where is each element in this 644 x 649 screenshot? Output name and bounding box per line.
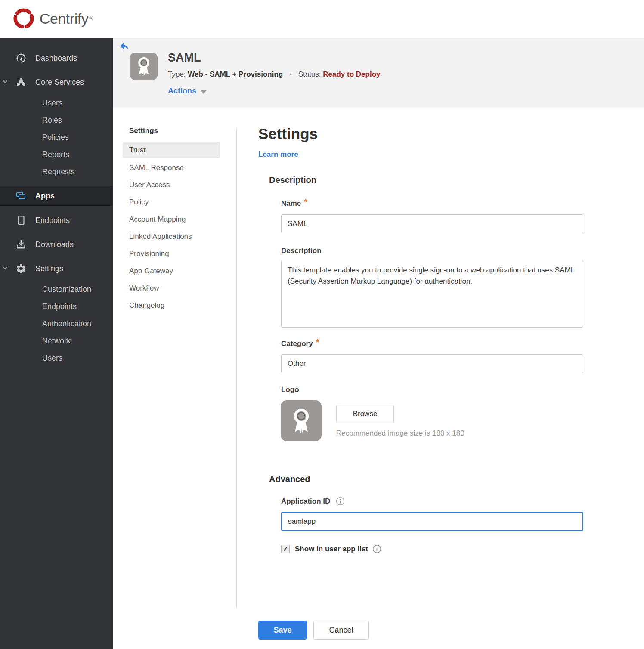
sidebar-item-authentication[interactable]: Authentication — [0, 315, 112, 332]
sidebar-item-settings[interactable]: Settings — [0, 257, 112, 281]
settings-panel: Settings Learn more Description Name * D… — [258, 123, 598, 649]
form-actions: Save Cancel — [258, 621, 369, 640]
settings-subnav: Settings Trust SAML Response User Access… — [123, 127, 220, 314]
subnav-item-provisioning[interactable]: Provisioning — [123, 245, 220, 263]
description-textarea[interactable]: This template enables you to provide sin… — [281, 260, 583, 328]
advanced-section-heading: Advanced — [269, 474, 310, 484]
save-button[interactable]: Save — [258, 621, 307, 640]
sidebar-item-endpoints[interactable]: Endpoints — [0, 208, 112, 232]
subnav-item-workflow[interactable]: Workflow — [123, 280, 220, 297]
sidebar-item-label: Apps — [35, 192, 55, 201]
subnav-item-changelog[interactable]: Changelog — [123, 297, 220, 314]
recommended-size-text: Recommended image size is 180 x 180 — [336, 429, 464, 438]
page-title: Settings — [258, 125, 318, 142]
top-bar: Centrify ® — [0, 0, 644, 38]
show-in-user-app-list-label: Show in user app list — [295, 545, 368, 553]
status-value: Ready to Deploy — [323, 70, 380, 78]
sidebar-item-customization[interactable]: Customization — [0, 281, 112, 298]
info-icon[interactable] — [372, 544, 381, 553]
sidebar-item-users[interactable]: Users — [0, 94, 112, 111]
required-marker: * — [304, 197, 307, 207]
application-id-label: Application ID — [281, 497, 330, 506]
actions-label: Actions — [168, 87, 196, 96]
sidebar-item-roles[interactable]: Roles — [0, 111, 112, 129]
sidebar: Dashboards Core Services Users Roles Pol… — [0, 38, 113, 649]
subnav-item-trust[interactable]: Trust — [123, 142, 220, 158]
chevron-down-icon — [2, 265, 8, 271]
sidebar-item-network[interactable]: Network — [0, 332, 112, 349]
award-ribbon-icon — [133, 55, 155, 77]
core-services-icon — [15, 77, 27, 88]
name-label: Name — [281, 199, 301, 208]
sidebar-item-label: Settings — [35, 264, 63, 273]
sidebar-item-apps[interactable]: Apps — [0, 186, 112, 206]
actions-dropdown[interactable]: Actions — [168, 87, 207, 96]
subnav-item-linked-applications[interactable]: Linked Applications — [123, 228, 220, 245]
app-header: SAML Type: Web - SAML + Provisioning • S… — [113, 38, 644, 108]
show-in-user-app-list-checkbox[interactable]: ✓ — [281, 545, 290, 553]
back-arrow-icon[interactable] — [119, 42, 129, 52]
download-icon — [15, 239, 27, 250]
centrify-logo: Centrify ® — [11, 6, 93, 31]
award-ribbon-icon — [286, 406, 316, 436]
sidebar-item-settings-endpoints[interactable]: Endpoints — [0, 298, 112, 315]
sidebar-item-label: Core Services — [35, 78, 84, 87]
caret-down-icon — [200, 90, 207, 94]
category-input[interactable] — [281, 354, 583, 373]
description-section-heading: Description — [269, 175, 316, 185]
sidebar-item-policies[interactable]: Policies — [0, 129, 112, 146]
separator-dot: • — [289, 70, 292, 78]
sidebar-item-label: Dashboards — [35, 54, 77, 63]
status-label: Status: — [298, 70, 321, 78]
page: Centrify ® Dashboards Core Services — [0, 0, 644, 649]
show-in-user-app-list-option: ✓ Show in user app list — [281, 544, 381, 553]
sidebar-item-settings-users[interactable]: Users — [0, 349, 112, 367]
logo-label: Logo — [281, 386, 299, 394]
info-icon[interactable] — [336, 497, 345, 506]
subnav-item-account-mapping[interactable]: Account Mapping — [123, 211, 220, 228]
category-label: Category — [281, 340, 313, 348]
registered-mark: ® — [89, 15, 93, 22]
sidebar-item-downloads[interactable]: Downloads — [0, 232, 112, 257]
sidebar-item-reports[interactable]: Reports — [0, 146, 112, 163]
sidebar-item-core-services[interactable]: Core Services — [0, 70, 112, 94]
learn-more-link[interactable]: Learn more — [258, 150, 298, 159]
cancel-button[interactable]: Cancel — [313, 621, 369, 640]
logo-preview — [281, 400, 322, 441]
subnav-heading: Settings — [123, 127, 220, 142]
gear-icon — [15, 263, 27, 274]
description-label: Description — [281, 247, 322, 255]
sidebar-item-label: Endpoints — [35, 216, 70, 225]
sidebar-item-label: Downloads — [35, 240, 74, 249]
subnav-item-user-access[interactable]: User Access — [123, 176, 220, 194]
chevron-down-icon — [2, 79, 8, 85]
vertical-divider — [236, 128, 237, 608]
brand-name: Centrify — [40, 10, 88, 27]
name-input[interactable] — [281, 214, 583, 233]
required-marker: * — [316, 337, 319, 347]
sidebar-item-dashboards[interactable]: Dashboards — [0, 46, 112, 70]
type-label: Type: — [168, 70, 186, 78]
sidebar-item-requests[interactable]: Requests — [0, 163, 112, 180]
browse-button[interactable]: Browse — [336, 405, 394, 423]
subnav-item-policy[interactable]: Policy — [123, 194, 220, 211]
apps-icon — [15, 190, 27, 201]
type-value: Web - SAML + Provisioning — [188, 70, 283, 78]
app-title: SAML — [168, 51, 201, 65]
application-id-input[interactable] — [281, 512, 583, 531]
centrify-swirl-icon — [11, 6, 36, 31]
gauge-icon — [15, 53, 27, 64]
app-logo — [130, 53, 158, 80]
device-icon — [15, 215, 27, 226]
app-meta: Type: Web - SAML + Provisioning • Status… — [168, 70, 380, 79]
subnav-item-saml-response[interactable]: SAML Response — [123, 159, 220, 176]
subnav-item-app-gateway[interactable]: App Gateway — [123, 263, 220, 280]
